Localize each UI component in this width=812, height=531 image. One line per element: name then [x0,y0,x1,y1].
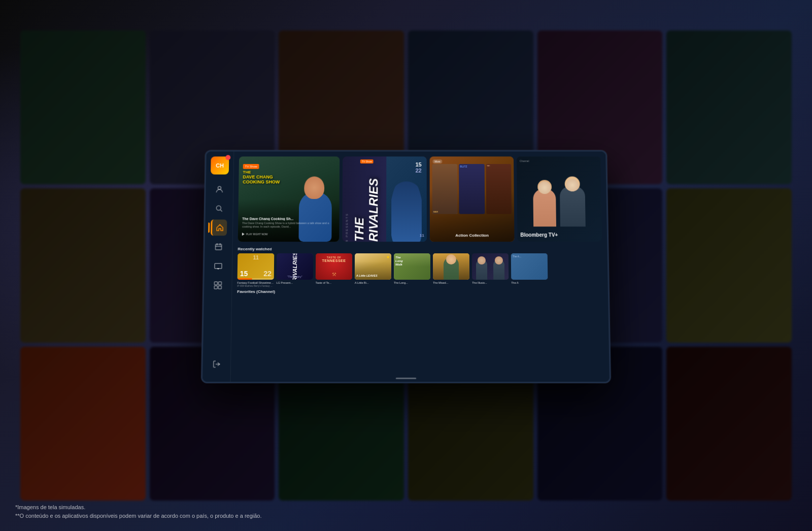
rw-item-illusionist[interactable]: The Illusio... [472,253,509,287]
hero-tag: TV Show [243,164,259,169]
jersey-11-small: 11 [253,255,259,260]
play-triangle-icon [242,233,245,236]
svg-rect-12 [214,286,217,289]
rw-item-rivalries[interactable]: RIVALRIES "The Rivalry" LG Present... [277,253,314,287]
jersey-15: 15 [240,270,248,277]
head-left-7 [478,256,486,264]
progress-bar-container [238,278,274,280]
rw-title-7: The Illusio... [472,281,509,285]
svg-point-0 [218,186,221,189]
star-icon: ★ [386,255,390,259]
main-content: TV Show THE DAVE CHANG COOKING SHOW The … [231,152,610,382]
rw-item-little[interactable]: ★ A Little LEAVES A Little Bi... [355,253,391,287]
rw-item-mised[interactable]: The Mised... [433,253,469,287]
rw-thumb-4: ★ A Little LEAVES [355,253,391,280]
svg-rect-7 [215,263,222,269]
rw-thumb-5: TheLongWalk [394,253,430,280]
rw-title-1: Fantasy Football Showtime Live! [237,281,274,285]
rw-thumb-3: TASTE OF TENNESSEE ⚒ [316,253,352,280]
player-silhouette [391,181,422,242]
app-logo[interactable]: CH [211,156,229,174]
svg-point-1 [216,206,221,210]
sidebar-spacer [217,296,218,353]
disclaimer-1: *Imagens de tela simuladas. [15,503,262,512]
tv-icon[interactable] [210,258,227,274]
svg-rect-10 [214,282,217,285]
person-right [560,186,586,226]
rw-title-2: LG Present... [277,281,313,285]
rw-title-4: A Little Bi... [355,281,391,285]
svg-line-2 [220,210,222,211]
rw-thumb-1: 15 22 11 [238,253,275,280]
profile-icon[interactable] [211,181,227,197]
play-button[interactable]: PLAY RIGHT NOW [242,233,268,236]
rw-thumb-7 [472,253,509,280]
disclaimer-area: *Imagens de tela simuladas. **O conteúdo… [15,503,262,521]
action-poster-1: WAR [432,164,458,214]
rw-item-fantasy-football[interactable]: 15 22 11 Fantasy Football Showtime Live!… [237,253,274,287]
svg-rect-13 [218,286,221,289]
action-poster-2: BLITZ [459,164,485,214]
rw-thumb-8: The A... [511,253,548,280]
rivalries-main-title: THE RIVALRIES [352,156,381,242]
action-poster-3: PAR [486,164,512,214]
rw-item-long-walk[interactable]: TheLongWalk The Long... [394,253,430,287]
progress-bar-fill [238,278,252,280]
tv-frame: CH [201,150,611,383]
chef-head [304,177,324,199]
rw-title-5: The Long... [394,281,430,285]
rw-thumb-2: RIVALRIES "The Rivalry" [277,253,314,280]
bloomberg-label: Bloomberg TV+ [520,232,599,238]
rw-thumb-6 [433,253,469,280]
more-badge: More [433,159,443,163]
home-icon[interactable] [211,219,227,236]
hero-description: The Dave Chang Cooking Show is a hybrid … [242,221,335,228]
action-posters: WAR BLITZ PAR [432,164,512,214]
bloomberg-people [517,172,601,227]
action-collection-card[interactable]: More WAR BLITZ [430,156,515,242]
jersey-22-small: 22 [263,270,272,277]
jersey-numbers: 15 22 [416,161,422,174]
rw-title-6: The Mised... [433,281,469,285]
hero-info: The Dave Chang Cooking Sh... The Dave Ch… [242,217,335,238]
rw-item-the-a[interactable]: The A... The A [511,253,548,287]
rw-item-taste-tennessee[interactable]: TASTE OF TENNESSEE ⚒ Taste of Te... [316,253,352,287]
hero-title-text: The Dave Chang Cooking Sh... [242,217,335,220]
fork-icon: ⚒ [331,272,336,277]
person-head-6 [446,254,456,264]
sidebar: CH [202,152,234,382]
the-rivalry-label: "The Rivalry" [278,275,312,278]
calendar-icon[interactable] [210,239,226,255]
bloomberg-card[interactable]: Channel Bloomberg TV+ [517,156,602,242]
recently-watched-row: 15 22 11 Fantasy Football Showtime Live!… [232,253,607,287]
side-cards: TV Show 9 PRESENTS THE RIVALRIES 15 22 [342,156,602,242]
rw-title-8: The A [511,281,548,285]
rivalries-sport-area: 15 22 11 [386,156,427,242]
scroll-hint [396,378,416,379]
taste-title: TASTE OF TENNESSEE [317,256,351,262]
logout-icon[interactable] [208,356,225,373]
svg-rect-11 [218,282,221,285]
rw-title-3: Taste of Te... [316,281,352,285]
hero-card[interactable]: TV Show THE DAVE CHANG COOKING SHOW The … [238,156,340,242]
recently-watched-title: Recently watched [232,245,607,253]
channels-icon[interactable] [210,277,226,293]
rivalries-card[interactable]: TV Show 9 PRESENTS THE RIVALRIES 15 22 [342,156,427,242]
head-right-7 [495,256,503,264]
bloomberg-channel-tag: Channel [520,159,529,162]
svg-rect-3 [216,244,222,250]
disclaimer-2: **O conteúdo e os aplicativos disponívei… [15,512,262,521]
favorites-label: Favorites (Channel) [232,287,608,296]
action-label: Action Collection [433,233,512,238]
rw-thumb-8-label: The A... [513,255,521,258]
rivalries-subtitle: 9 PRESENTS [345,156,349,242]
search-icon[interactable] [211,201,227,217]
long-walk-text: TheLongWalk [395,256,403,267]
featured-row: TV Show THE DAVE CHANG COOKING SHOW The … [233,152,607,245]
person-left [533,189,556,226]
jersey-11: 11 [420,233,424,238]
little-title: A Little LEAVES [356,274,390,277]
